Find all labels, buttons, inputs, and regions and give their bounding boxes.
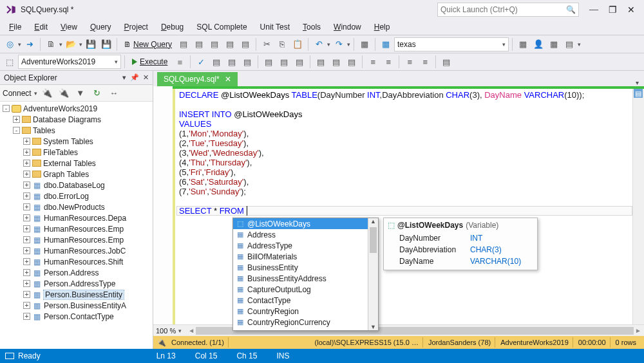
tb2-icon-2[interactable]: ▤ [209,55,223,69]
tree-row[interactable]: +HumanResources.Depa [0,212,153,223]
menu-unittest[interactable]: Unit Test [255,21,295,33]
intellisense-item[interactable]: BusinessEntity [233,262,368,273]
outdent-button[interactable]: ≡ [381,55,395,69]
tree-toggle[interactable]: + [23,192,30,200]
tree-toggle[interactable]: - [13,127,20,134]
tree-toggle[interactable]: + [23,203,30,210]
tree-toggle[interactable]: + [23,214,30,221]
tree-toggle[interactable]: + [23,225,30,232]
cut-button[interactable]: ✂ [260,37,274,51]
tree-row[interactable]: +HumanResources.JobC [0,245,153,256]
intellisense-item[interactable]: CountryRegion [233,306,368,317]
tree-toggle[interactable]: + [23,313,30,320]
intellisense-item[interactable]: AddressType [233,240,368,251]
oe-connect-drop[interactable]: ▾ [34,90,37,97]
nav-fwd-button[interactable]: ➜ [23,37,37,51]
tb2-icon-7[interactable]: ▤ [292,55,307,69]
tb2-icon-9[interactable]: ▤ [329,55,343,69]
tb-icon-2[interactable]: ▤ [192,37,206,51]
tree-row[interactable]: +dbo.NewProducts [0,201,153,212]
minimize-button[interactable]: — [589,5,598,15]
tb-icon-11[interactable]: ▤ [562,37,576,51]
split-icon[interactable]: ▤ [634,89,643,98]
tree-toggle[interactable]: + [23,291,30,298]
restore-button[interactable]: ❐ [609,5,617,15]
tree-toggle[interactable]: + [13,116,20,123]
tree-toggle[interactable]: + [23,258,30,265]
tab-close-icon[interactable]: ✕ [225,75,231,84]
quick-launch-input[interactable] [440,5,566,14]
tree-row[interactable]: +Person.ContactType [0,311,153,322]
tree-row[interactable]: +HumanResources.Emp [0,234,153,245]
texas-combo[interactable]: texas ▾ [394,37,509,51]
tree-toggle[interactable]: + [23,247,30,254]
save-all-button[interactable]: 💾 [99,37,113,51]
undo-button[interactable]: ↶ [312,37,326,51]
tree-row[interactable]: +External Tables [0,158,153,169]
tree-toggle[interactable]: + [23,149,30,156]
tree-row[interactable]: +FileTables [0,147,153,158]
menu-help[interactable]: Help [369,21,395,33]
tb2-icon-10[interactable]: ▤ [345,55,359,69]
intellisense-item[interactable]: BusinessEntityAddress [233,273,368,284]
tree-toggle[interactable]: + [23,280,30,287]
stop-button[interactable]: ■ [173,55,187,69]
tree-row[interactable]: +Person.AddressType [0,278,153,289]
tree-row[interactable]: +dbo.ErrorLog [0,191,153,201]
menu-view[interactable]: View [55,21,82,33]
code-editor[interactable]: DECLARE @ListOWeekDays TABLE(DayNumber I… [153,86,644,324]
tb-icon-5[interactable]: ▤ [238,37,252,51]
oe-btn-5[interactable]: ↔ [107,86,121,100]
tree-row[interactable]: +Database Diagrams [0,114,153,125]
tb-icon-9[interactable]: 👤 [531,37,545,51]
oe-pin-icon[interactable]: 📌 [130,73,139,82]
tree-row[interactable]: +Person.Address [0,267,153,278]
intellisense-item[interactable]: Address [233,229,368,240]
oe-refresh-button[interactable]: ↻ [90,86,104,100]
tree-toggle[interactable]: + [23,160,30,167]
comment-button[interactable]: ≡ [402,55,417,69]
tb-icon-3[interactable]: ▤ [207,37,222,51]
tb-icon-1[interactable]: ▤ [176,37,191,51]
tb2-icon-8[interactable]: ▤ [314,55,328,69]
new-query-button[interactable]: 🗎 New Query [120,37,175,51]
tree-row[interactable]: +System Tables [0,136,153,147]
intellisense-item[interactable]: BillOfMaterials [233,251,368,262]
menu-window[interactable]: Window [328,21,366,33]
menu-debug[interactable]: Debug [156,21,189,33]
save-button[interactable]: 💾 [84,37,98,51]
tab-dropdown[interactable]: ▾ [630,79,644,86]
menu-query[interactable]: Query [85,21,117,33]
redo-button[interactable]: ↷ [332,37,346,51]
copy-button[interactable]: ⎘ [275,37,289,51]
menu-project[interactable]: Project [119,21,153,33]
tree-row[interactable]: -Tables [0,125,153,136]
tree-row[interactable]: +HumanResources.Emp [0,223,153,234]
oe-btn-2[interactable]: 🔌 [57,86,71,100]
tb-icon-8[interactable]: ▦ [516,37,530,51]
close-button[interactable]: ✕ [627,5,635,15]
tb2-icon-6[interactable]: ▤ [277,55,291,69]
open-button[interactable]: 📂 [64,37,78,51]
tree-row[interactable]: +HumanResources.Shift [0,256,153,267]
tree-toggle[interactable]: + [23,269,30,276]
tree-row[interactable]: -AdventureWorks2019 [0,103,153,114]
zoom-drop[interactable]: ▾ [178,328,182,334]
tree-toggle[interactable]: + [23,182,30,189]
oe-btn-1[interactable]: 🔌 [40,86,54,100]
intellisense-item[interactable]: ContactType [233,295,368,306]
new-project-button[interactable]: 🗎 [44,37,58,51]
menu-file[interactable]: File [4,21,26,33]
tree-toggle[interactable]: + [23,138,30,145]
tree-toggle[interactable]: + [23,302,30,309]
paste-button[interactable]: 📋 [290,37,305,51]
tb2-icon-11[interactable]: ▤ [439,55,453,69]
tb2-icon-3[interactable]: ▤ [225,55,239,69]
document-tab[interactable]: SQLQuery4.sql* ✕ [157,72,238,86]
tb-icon-10[interactable]: ▦ [547,37,561,51]
tb2-icon-5[interactable]: ▤ [261,55,276,69]
menu-sqlcomplete[interactable]: SQL Complete [191,21,252,33]
oe-btn-filter[interactable]: ▼ [73,86,88,100]
indent-button[interactable]: ≡ [366,55,380,69]
tb2-icon-1[interactable]: ⬚ [3,55,17,69]
